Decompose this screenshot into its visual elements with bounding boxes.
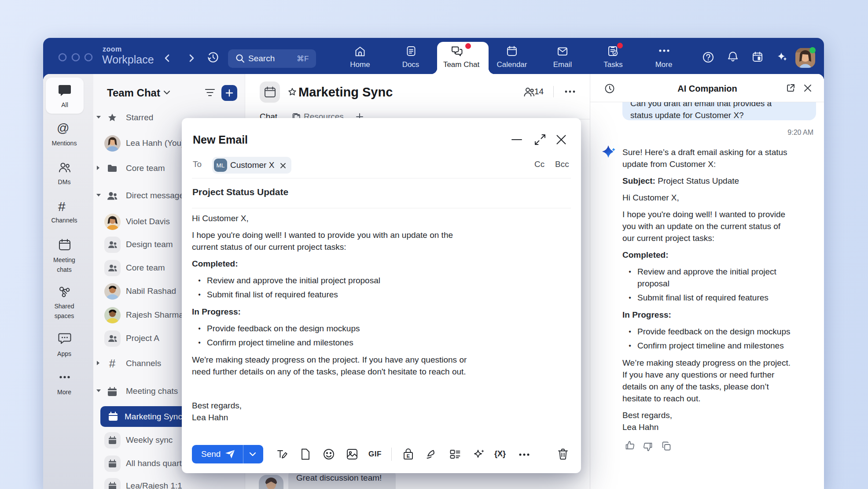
svg-text:E: E <box>407 453 410 459</box>
